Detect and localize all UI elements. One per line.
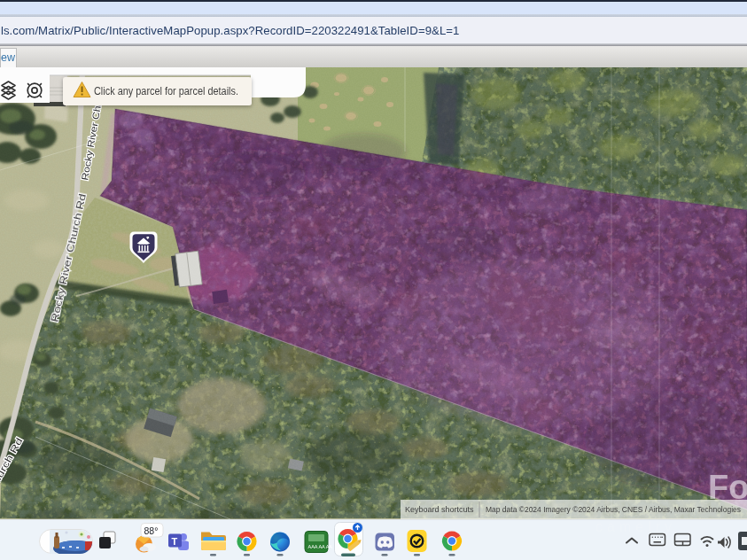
svg-text:88°: 88° <box>144 525 159 536</box>
svg-text:Click any parcel for parcel de: Click any parcel for parcel details. <box>94 85 238 97</box>
svg-text:Keyboard shortcuts: Keyboard shortcuts <box>405 505 474 514</box>
svg-text:AAA AA AA: AAA AA AA <box>308 544 333 549</box>
svg-text:Map data ©2024 Imagery ©2024 A: Map data ©2024 Imagery ©2024 Airbus, CNE… <box>486 505 741 514</box>
svg-text:Fo: Fo <box>708 469 747 506</box>
svg-text:T: T <box>172 536 178 547</box>
